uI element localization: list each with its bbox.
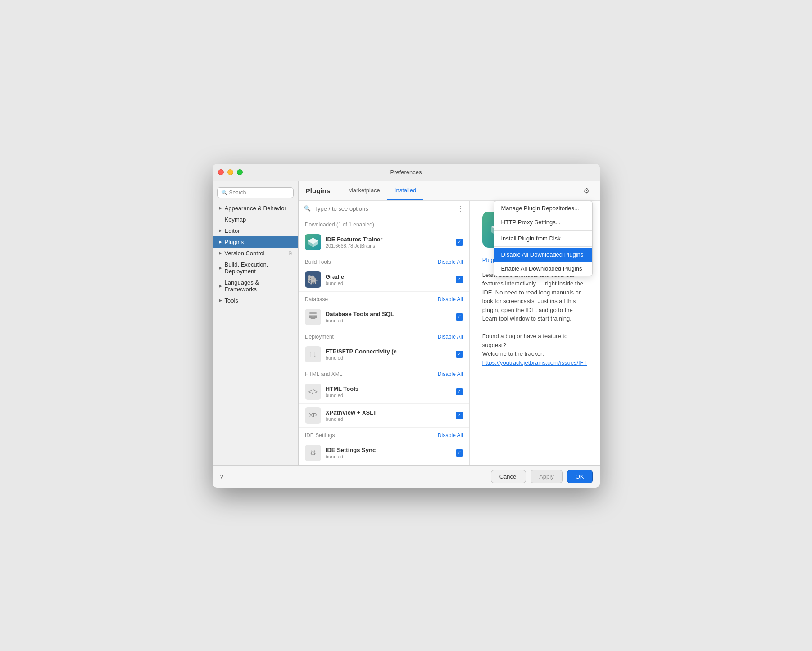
plugin-icon-html: </> [305,384,321,400]
section-title: Downloaded (1 of 1 enabled) [305,222,374,228]
tab-marketplace[interactable]: Marketplace [341,181,387,200]
sidebar-search-box[interactable]: 🔍 [217,187,294,198]
plugin-search-icon: 🔍 [304,205,311,212]
gear-button[interactable]: ⚙ [580,184,593,197]
plugin-icon-ide-settings: ⚙ [305,445,321,461]
section-header-downloaded: Downloaded (1 of 1 enabled) [299,217,469,231]
checkmark-icon: ✓ [457,389,461,394]
menu-separator [494,230,592,231]
sidebar-item-version-control[interactable]: ▶ Version Control ⎘ [213,248,298,259]
plugin-search-more-icon[interactable]: ⋮ [457,204,464,213]
plugin-checkbox-ftp[interactable]: ✓ [456,351,463,358]
trainer-logo-svg [307,236,319,249]
ok-button[interactable]: OK [567,470,593,483]
disable-all-database-button[interactable]: Disable All [438,296,463,303]
disable-all-ide-settings-button[interactable]: Disable All [438,432,463,439]
plugin-item-database-tools[interactable]: Database Tools and SQL bundled ✓ [299,305,469,329]
plugin-checkbox-database[interactable]: ✓ [456,313,463,321]
plugin-name: Gradle [326,273,456,280]
minimize-button[interactable] [227,169,233,175]
sidebar-item-languages[interactable]: ▶ Languages & Frameworks [213,277,298,295]
preferences-window: Preferences 🔍 ▶ Appearance & Behavior ▶ … [213,164,600,488]
arrow-icon: ▶ [219,228,222,233]
plugin-sub: bundled [326,416,456,422]
database-icon-svg [308,312,318,322]
plugin-checkbox-ide-settings[interactable]: ✓ [456,449,463,457]
apply-button[interactable]: Apply [531,470,563,483]
tracker-link[interactable]: https://youtrack.jetbrains.com/issues/IF… [482,359,587,366]
copy-icon: ⎘ [289,250,292,256]
arrow-icon: ▶ [219,251,222,255]
cancel-button[interactable]: Cancel [491,470,526,483]
section-title: Build Tools [305,259,331,265]
plugin-info-xpath: XPathView + XSLT bundled [326,409,456,422]
section-header-html-xml: HTML and XML Disable All [299,366,469,380]
plugin-checkbox-xpath[interactable]: ✓ [456,412,463,419]
plugin-item-html-tools[interactable]: </> HTML Tools bundled ✓ [299,380,469,404]
plugin-item-ide-features-trainer[interactable]: IDE Features Trainer 201.6668.78 JetBrai… [299,231,469,254]
arrow-icon: ▶ [219,284,222,288]
plugin-sub: bundled [326,318,456,323]
sidebar-search-input[interactable] [229,190,290,196]
plugin-checkbox-gradle[interactable]: ✓ [456,276,463,283]
plugin-info-ftp: FTP/SFTP Connectivity (e... bundled [326,348,456,361]
plugin-name: IDE Features Trainer [326,236,456,243]
sidebar-item-editor[interactable]: ▶ Editor [213,225,298,236]
sidebar-item-label: Version Control [225,250,265,257]
plugins-title: Plugins [306,187,330,194]
dropdown-item-install-disk[interactable]: Install Plugin from Disk... [494,231,592,245]
plugin-checkbox-trainer[interactable]: ✓ [456,239,463,246]
disable-all-build-tools-button[interactable]: Disable All [438,259,463,265]
sidebar-item-label: Build, Execution, Deployment [225,261,292,275]
plugin-item-ftp-sftp[interactable]: ↑↓ FTP/SFTP Connectivity (e... bundled ✓ [299,343,469,366]
dropdown-item-enable-all-downloaded[interactable]: Enable All Downloaded Plugins [494,262,592,276]
section-title: IDE Settings [305,432,335,439]
plugin-item-ide-settings-sync[interactable]: ⚙ IDE Settings Sync bundled ✓ [299,441,469,465]
plugin-item-gradle[interactable]: 🐘 Gradle bundled ✓ [299,268,469,292]
checkmark-icon: ✓ [457,239,461,245]
disable-all-deployment-button[interactable]: Disable All [438,334,463,340]
dropdown-item-disable-all-downloaded[interactable]: Disable All Downloaded Plugins [494,248,592,262]
plugin-info-gradle: Gradle bundled [326,273,456,286]
plugin-search-input[interactable] [314,205,453,212]
help-button[interactable]: ? [220,473,223,480]
sidebar-item-keymap[interactable]: ▶ Keymap [213,214,298,225]
plugin-checkbox-html[interactable]: ✓ [456,388,463,395]
sidebar-item-label: Keymap [225,216,246,223]
plugin-icon-xpath: XP [305,407,321,424]
tab-installed[interactable]: Installed [387,181,423,200]
menu-separator-2 [494,246,592,247]
dropdown-item-http-proxy[interactable]: HTTP Proxy Settings... [494,215,592,229]
sidebar-item-appearance[interactable]: ▶ Appearance & Behavior [213,203,298,214]
checkmark-icon: ✓ [457,351,461,357]
sidebar: 🔍 ▶ Appearance & Behavior ▶ Keymap ▶ Edi… [213,181,299,465]
plugin-sub: bundled [326,393,456,398]
arrow-placeholder: ▶ [219,240,222,244]
close-button[interactable] [218,169,224,175]
plugin-item-xpathview[interactable]: XP XPathView + XSLT bundled ✓ [299,404,469,428]
section-header-deployment: Deployment Disable All [299,329,469,343]
traffic-lights [218,169,243,175]
sidebar-item-label: Plugins [225,239,244,245]
section-title: Database [305,296,328,303]
window-footer: ? Cancel Apply OK [213,465,600,488]
content-area: 🔍 ▶ Appearance & Behavior ▶ Keymap ▶ Edi… [213,181,600,465]
plugin-sub: bundled [326,454,456,459]
dropdown-item-manage-repos[interactable]: Manage Plugin Repositories... [494,201,592,215]
plugin-name: FTP/SFTP Connectivity (e... [326,348,456,355]
disable-all-html-button[interactable]: Disable All [438,371,463,377]
arrow-icon: ▶ [219,266,222,270]
sidebar-item-label: Tools [225,297,238,304]
sidebar-item-label: Appearance & Behavior [225,205,286,212]
sidebar-item-build[interactable]: ▶ Build, Execution, Deployment [213,259,298,277]
main-panel: Plugins Marketplace Installed ⚙ Manage P… [299,181,600,465]
sidebar-item-plugins[interactable]: ▶ Plugins [213,236,298,248]
arrow-icon: ▶ [219,206,222,210]
plugin-sub: 201.6668.78 JetBrains [326,243,456,249]
maximize-button[interactable] [237,169,243,175]
svg-rect-3 [309,312,317,314]
plugins-header: Plugins Marketplace Installed ⚙ Manage P… [299,181,600,201]
titlebar: Preferences [213,164,600,181]
sidebar-item-tools[interactable]: ▶ Tools [213,295,298,306]
plugin-sub: bundled [326,280,456,286]
